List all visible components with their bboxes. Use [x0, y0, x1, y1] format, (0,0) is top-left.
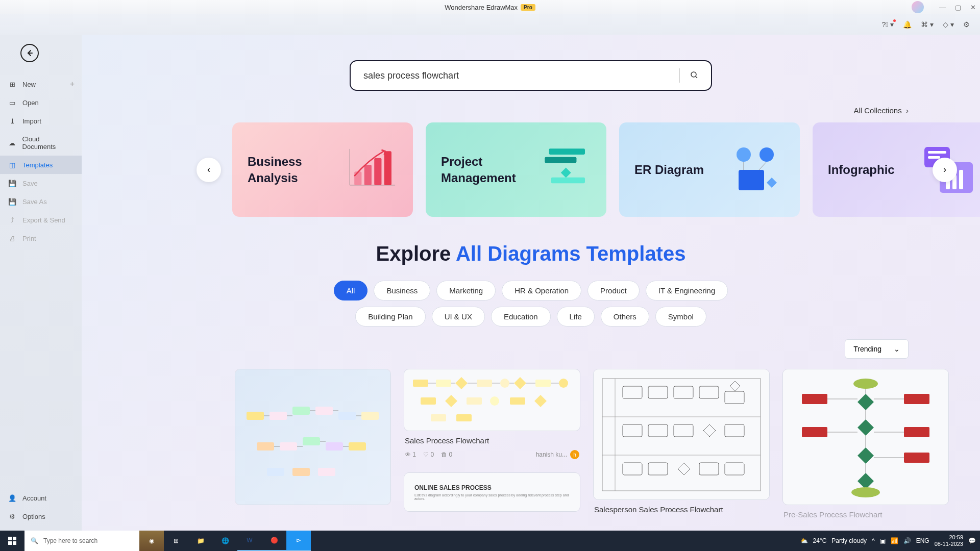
user-avatar[interactable]	[912, 1, 924, 13]
back-button[interactable]	[20, 44, 39, 62]
taskbar-word-icon[interactable]: W	[237, 531, 262, 551]
tag-it[interactable]: IT & Engineering	[646, 281, 728, 300]
sidebar-item-saveas[interactable]: 💾 Save As	[0, 192, 82, 211]
carousel-next-button[interactable]: ›	[933, 158, 957, 182]
sidebar-item-import[interactable]: ⤓ Import	[0, 112, 82, 130]
svg-rect-29	[267, 468, 284, 476]
svg-rect-47	[674, 386, 693, 398]
category-card-project-mgmt[interactable]: Project Management	[426, 122, 606, 217]
titlebar: Wondershare EdrawMax Pro ― ▢ ✕	[0, 0, 980, 14]
search-icon[interactable]	[690, 71, 698, 81]
tag-business[interactable]: Business	[374, 281, 430, 300]
tag-others[interactable]: Others	[601, 307, 649, 327]
all-collections-link[interactable]: All Collections ›	[82, 106, 980, 115]
sidebar-item-new[interactable]: ⊞ New +	[0, 75, 82, 93]
shape-icon[interactable]: ◇ ▾	[943, 20, 954, 29]
export-icon: ⤴	[8, 216, 16, 224]
filter-tags: All Business Marketing HR & Operation Pr…	[301, 281, 761, 327]
tray-lang[interactable]: ENG	[916, 537, 929, 544]
svg-rect-10	[739, 170, 764, 190]
search-icon: 🔍	[31, 537, 38, 544]
sidebar-item-account[interactable]: 👤 Account	[0, 489, 82, 507]
template-card[interactable]: Pre-Sales Process Flowchart	[782, 369, 949, 521]
minimize-icon[interactable]: ―	[939, 4, 946, 11]
sidebar-item-cloud[interactable]: ☁ Cloud Documents	[0, 130, 82, 156]
template-title: Salesperson Sales Process Flowchart	[593, 500, 770, 516]
taskbar-search[interactable]: 🔍 Type here to search	[24, 531, 139, 551]
maximize-icon[interactable]: ▢	[955, 4, 961, 11]
sidebar-item-options[interactable]: ⚙ Options	[0, 507, 82, 525]
sidebar-item-label: Import	[22, 117, 41, 125]
templates-grid: Sales Process Flowchart 👁 1 ♡ 0 🗑 0 hani…	[82, 369, 980, 521]
tag-all[interactable]: All	[334, 281, 368, 300]
taskbar-clock[interactable]: 20:59 08-11-2023	[935, 534, 963, 547]
template-card[interactable]	[235, 369, 391, 505]
template-card[interactable]: Salesperson Sales Process Flowchart	[593, 369, 770, 516]
taskbar-explorer-icon[interactable]: 📁	[188, 531, 213, 551]
svg-rect-31	[318, 468, 335, 476]
taskbar: 🔍 Type here to search ◉ ⊞ 📁 🌐 W 🔴 ⊳ ⛅ 24…	[0, 531, 980, 551]
tray-wifi-icon[interactable]: 📶	[891, 537, 898, 544]
sidebar-item-templates[interactable]: ◫ Templates	[0, 156, 82, 174]
svg-rect-26	[303, 437, 320, 445]
carousel-prev-button[interactable]: ‹	[197, 158, 221, 182]
svg-rect-7	[551, 177, 584, 183]
sidebar-item-label: Save	[22, 180, 38, 187]
svg-rect-66	[13, 537, 16, 540]
svg-rect-32	[413, 380, 428, 387]
template-title: Pre-Sales Process Flowchart	[782, 505, 949, 521]
copies-icon: 🗑 0	[441, 451, 452, 458]
category-title: Business Analysis	[248, 154, 343, 185]
tray-chevron-icon[interactable]: ^	[872, 537, 875, 544]
tray-notification-icon[interactable]: 💬	[968, 537, 976, 544]
sidebar-item-save[interactable]: 💾 Save	[0, 174, 82, 192]
tag-education[interactable]: Education	[491, 307, 551, 327]
tag-symbol[interactable]: Symbol	[655, 307, 706, 327]
weather-icon[interactable]: ⛅	[800, 537, 808, 544]
settings-icon[interactable]: ⚙	[963, 20, 970, 29]
tag-marketing[interactable]: Marketing	[436, 281, 496, 300]
author-avatar: h	[570, 450, 579, 459]
svg-rect-59	[802, 394, 827, 404]
sidebar-item-export[interactable]: ⤴ Export & Send	[0, 211, 82, 229]
svg-rect-4	[384, 151, 391, 185]
back-arrow-icon	[26, 49, 34, 57]
search-input[interactable]	[363, 70, 669, 81]
tag-hr[interactable]: HR & Operation	[502, 281, 581, 300]
print-icon: 🖨	[8, 234, 16, 242]
svg-point-8	[737, 147, 751, 162]
tag-life[interactable]: Life	[557, 307, 595, 327]
sidebar-item-print[interactable]: 🖨 Print	[0, 229, 82, 247]
apps-icon[interactable]: ⌘ ▾	[921, 20, 934, 29]
taskbar-edge-icon[interactable]: 🌐	[213, 531, 237, 551]
close-icon[interactable]: ✕	[970, 4, 976, 11]
svg-rect-49	[725, 391, 744, 404]
sidebar: ⊞ New + ▭ Open ⤓ Import ☁ Cloud Document…	[0, 35, 82, 531]
help-icon[interactable]: ?⃝ ▾	[881, 20, 894, 29]
tag-building[interactable]: Building Plan	[355, 307, 426, 327]
likes-icon: ♡ 0	[423, 451, 434, 458]
svg-rect-48	[699, 386, 719, 398]
taskbar-taskview-icon[interactable]: ⊞	[164, 531, 188, 551]
start-button[interactable]	[0, 531, 24, 551]
svg-point-0	[691, 72, 696, 77]
sort-dropdown[interactable]: Trending ⌄	[845, 339, 909, 359]
template-card[interactable]: ONLINE SALES PROCESS Edit this diagram a…	[404, 472, 580, 512]
taskbar-app-inkblot[interactable]: ◉	[139, 531, 164, 551]
category-card-er-diagram[interactable]: ER Diagram	[619, 122, 800, 217]
taskbar-edrawmax-icon[interactable]: ⊳	[286, 531, 311, 551]
tray-display-icon[interactable]: ▣	[880, 537, 886, 544]
svg-rect-6	[545, 157, 576, 163]
tag-uiux[interactable]: UI & UX	[432, 307, 485, 327]
svg-rect-34	[477, 380, 492, 387]
add-icon[interactable]: +	[70, 80, 75, 89]
svg-rect-24	[257, 442, 274, 450]
taskbar-chrome-icon[interactable]: 🔴	[262, 531, 286, 551]
template-card[interactable]: Sales Process Flowchart 👁 1 ♡ 0 🗑 0 hani…	[404, 369, 580, 462]
chevron-down-icon: ⌄	[894, 345, 900, 353]
tray-volume-icon[interactable]: 🔊	[903, 537, 911, 544]
notification-icon[interactable]: 🔔	[903, 20, 912, 29]
sidebar-item-open[interactable]: ▭ Open	[0, 93, 82, 112]
category-card-business-analysis[interactable]: Business Analysis	[232, 122, 413, 217]
tag-product[interactable]: Product	[587, 281, 640, 300]
